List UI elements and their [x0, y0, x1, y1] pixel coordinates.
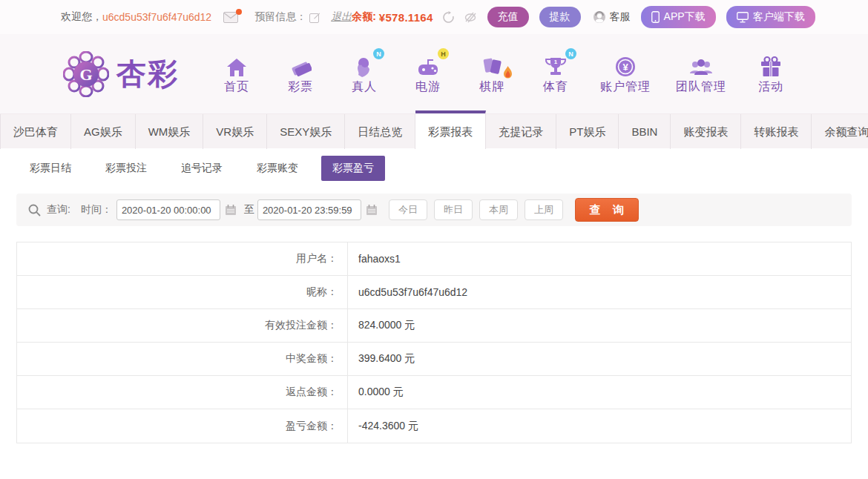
tab-item[interactable]: 转账报表 — [741, 114, 812, 149]
nav-item-home[interactable]: 首页 — [217, 53, 256, 95]
svg-text:¥: ¥ — [622, 62, 628, 73]
nav-label: 体育 — [543, 79, 568, 95]
nav-item-team[interactable]: 团队管理 — [676, 53, 726, 95]
eye-slash-icon[interactable] — [464, 12, 477, 23]
nav-item-live[interactable]: N 真人 — [345, 53, 384, 95]
welcome-username: u6cd5u53f7u6f47u6d12 — [102, 11, 211, 23]
customer-service-link[interactable]: 客服 — [593, 10, 631, 24]
magnifier-icon — [28, 204, 41, 217]
tab-item[interactable]: 充提记录 — [486, 114, 556, 149]
subtab-item[interactable]: 彩票账变 — [246, 156, 309, 181]
refresh-icon[interactable] — [442, 11, 455, 24]
nav-item-egames[interactable]: H 电游 — [409, 53, 447, 95]
badge-new: N — [565, 48, 576, 59]
tab-item[interactable]: 账变报表 — [671, 114, 741, 149]
app-download-button[interactable]: APP下载 — [641, 6, 716, 28]
logout-link[interactable]: 退出 — [331, 10, 352, 24]
table-row: 用户名： fahaoxs1 — [17, 242, 851, 276]
subtab-item-active[interactable]: 彩票盈亏 — [321, 156, 385, 181]
app-download-label: APP下载 — [664, 10, 706, 24]
row-label: 中奖金额： — [17, 343, 348, 375]
row-label: 用户名： — [17, 242, 348, 275]
tab-item[interactable]: 日结总览 — [345, 114, 415, 149]
quick-this-week-button[interactable]: 本周 — [479, 199, 518, 220]
mail-unread-dot — [236, 9, 242, 15]
headset-icon — [593, 10, 606, 24]
quick-last-week-button[interactable]: 上周 — [525, 199, 563, 220]
nav-label: 棋牌 — [479, 79, 504, 95]
recharge-button[interactable]: 充值 — [487, 7, 529, 27]
brand-name: 杏彩 — [116, 53, 179, 94]
nav-item-cards[interactable]: 棋牌 — [473, 53, 511, 95]
balance-value: ¥578.1164 — [379, 11, 433, 24]
flower-logo-icon: G — [63, 51, 109, 97]
table-row: 返点金额： 0.0000 元 — [17, 376, 851, 409]
range-separator: 至 — [244, 203, 254, 217]
table-row: 盈亏金额： -424.3600 元 — [17, 409, 851, 443]
tab-item[interactable]: 余额查询 — [812, 114, 868, 149]
gamepad-icon — [416, 56, 440, 78]
nav-item-promotions[interactable]: 活动 — [752, 53, 790, 95]
brand-logo[interactable]: G 杏彩 — [63, 51, 179, 97]
subtab-item[interactable]: 彩票投注 — [94, 156, 158, 181]
gift-icon — [760, 56, 782, 78]
ticket-icon — [289, 57, 312, 78]
balance-label: 余额: — [352, 10, 376, 24]
calendar-icon[interactable] — [225, 204, 237, 216]
client-download-button[interactable]: 客户端下载 — [726, 6, 815, 28]
nav-item-sports[interactable]: 1 N 体育 — [536, 53, 575, 95]
badge-hot: H — [438, 48, 449, 59]
quick-yesterday-button[interactable]: 昨日 — [434, 199, 473, 220]
date-from-input[interactable] — [116, 199, 220, 220]
phone-icon — [651, 11, 660, 23]
nav-label: 活动 — [758, 79, 783, 95]
mail-icon[interactable] — [223, 12, 238, 23]
quick-today-button[interactable]: 今日 — [389, 199, 427, 220]
tab-item[interactable]: PT娱乐 — [556, 114, 619, 149]
reserved-info-label: 预留信息： — [254, 10, 306, 24]
badge-new: N — [373, 48, 384, 59]
withdraw-button[interactable]: 提款 — [539, 7, 581, 27]
customer-service-label: 客服 — [610, 10, 631, 24]
row-label: 昵称： — [17, 276, 348, 308]
nav-item-lottery[interactable]: 彩票 — [281, 53, 320, 95]
calendar-icon[interactable] — [366, 204, 378, 216]
monitor-icon — [737, 12, 749, 23]
subtab-item[interactable]: 彩票日结 — [19, 156, 82, 181]
tab-item[interactable]: WM娱乐 — [136, 114, 204, 149]
nav-label: 首页 — [224, 79, 249, 95]
tab-item[interactable]: BBIN — [619, 114, 671, 149]
query-submit-button[interactable]: 查 询 — [575, 198, 639, 222]
cards-icon — [481, 56, 503, 78]
time-label: 时间： — [81, 203, 112, 217]
row-value: -424.3600 元 — [348, 409, 851, 443]
nav-label: 团队管理 — [676, 79, 726, 95]
nav-label: 真人 — [352, 79, 377, 95]
welcome-prefix: 欢迎您， — [61, 10, 102, 24]
row-value: 824.0000 元 — [348, 309, 851, 342]
edit-icon[interactable] — [309, 12, 320, 23]
nav-label: 电游 — [415, 79, 441, 95]
row-label: 有效投注金额： — [17, 309, 348, 342]
tab-item[interactable]: VR娱乐 — [203, 114, 267, 149]
client-download-label: 客户端下载 — [753, 10, 805, 24]
nav-label: 账户管理 — [600, 79, 651, 95]
tab-item-active[interactable]: 彩票报表 — [415, 110, 486, 149]
date-to-input[interactable] — [257, 199, 361, 220]
table-row: 昵称： u6cd5u53f7u6f47u6d12 — [17, 276, 851, 309]
balance-group: 余额: ¥578.1164 充值 提款 客服 APP下载 客户端下载 — [352, 6, 815, 28]
row-label: 盈亏金额： — [17, 409, 348, 443]
row-value: 0.0000 元 — [348, 376, 851, 409]
yuan-coin-icon: ¥ — [614, 56, 637, 78]
subtab-item[interactable]: 追号记录 — [170, 156, 234, 181]
team-icon — [688, 56, 714, 78]
main-nav: 首页 彩票 N 真人 H 电游 棋牌 — [217, 53, 790, 95]
nav-item-account[interactable]: ¥ 账户管理 — [600, 53, 651, 95]
person-icon — [353, 56, 375, 78]
lottery-subtabs: 彩票日结 彩票投注 追号记录 彩票账变 彩票盈亏 — [0, 148, 868, 188]
top-bar: 欢迎您，u6cd5u53f7u6f47u6d12 预留信息： 退出 余额: ¥5… — [0, 0, 868, 34]
tab-item[interactable]: SEXY娱乐 — [267, 114, 345, 149]
tab-item[interactable]: AG娱乐 — [71, 114, 136, 149]
report-tabs: 沙巴体育 AG娱乐 WM娱乐 VR娱乐 SEXY娱乐 日结总览 彩票报表 充提记… — [0, 113, 868, 148]
tab-item[interactable]: 沙巴体育 — [0, 114, 71, 149]
